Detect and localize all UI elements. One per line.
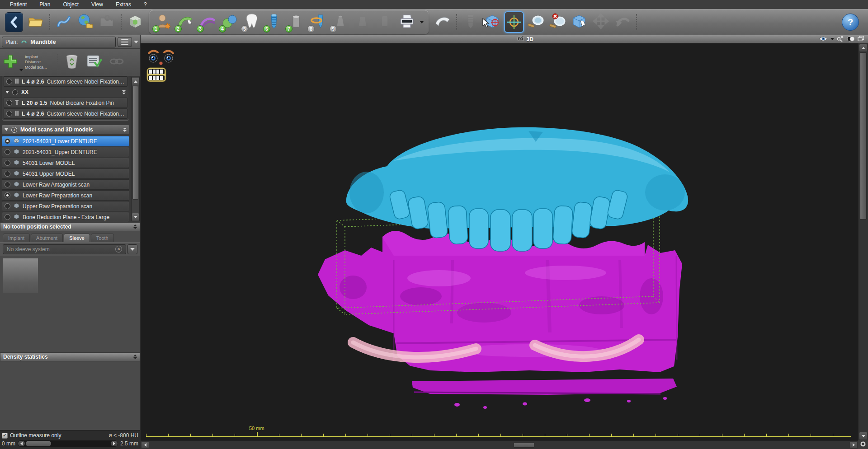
visibility-eye-icon[interactable] [819, 35, 828, 43]
cube-crosshair-button[interactable] [482, 10, 503, 34]
plan-menu-button[interactable] [118, 37, 132, 47]
add-menu-item[interactable]: Distance [25, 60, 53, 65]
radio-button[interactable] [5, 182, 10, 187]
scroll-down-button[interactable] [859, 432, 867, 440]
step-6-implant[interactable]: 6 [263, 11, 285, 33]
menu-patient[interactable]: Patient [4, 0, 33, 9]
density-statistics-bar[interactable]: Density statistics [0, 352, 140, 361]
model-scans-section-header[interactable]: i Model scans and 3D models [2, 125, 129, 135]
dicom-curve-button[interactable] [53, 10, 74, 34]
tab-abutment[interactable]: Abutment [31, 234, 63, 242]
add-menu-item[interactable]: Model sca... [25, 65, 53, 70]
sleeve-row[interactable]: L 4 ø 2.6 Custom sleeve Nobel Fixation .… [4, 76, 127, 87]
step-9-abutment[interactable]: 9 [329, 11, 351, 33]
back-button[interactable] [4, 10, 24, 34]
spinner-icon[interactable] [133, 224, 137, 229]
slider-thumb[interactable] [26, 441, 51, 446]
step-3-nerve[interactable]: 3 [196, 11, 218, 33]
add-object-button[interactable] [3, 53, 23, 71]
validate-plan-button[interactable] [84, 51, 105, 74]
step-7-sleeve[interactable]: 7 [285, 11, 307, 33]
help-button[interactable]: ? [842, 14, 859, 31]
step-5-tooth-setup[interactable]: 5 [241, 11, 263, 33]
tab-tooth[interactable]: Tooth [91, 234, 114, 242]
sleeve-row[interactable]: L 4 ø 2.6 Custom sleeve Nobel Fixation .… [4, 108, 127, 119]
add-dropdown-caret[interactable] [19, 69, 23, 71]
radio-button[interactable] [6, 79, 12, 84]
radio-button[interactable] [5, 192, 10, 198]
sleeve-system-combo[interactable]: No sleeve system ✕ [3, 244, 126, 254]
scroll-up-button[interactable] [859, 44, 867, 51]
spinner-icon[interactable] [133, 355, 137, 359]
clear-icon[interactable]: ✕ [115, 246, 122, 253]
scroll-down-button[interactable] [132, 213, 139, 220]
export-button[interactable] [75, 10, 96, 34]
step-8-sleeve-offset[interactable]: 8 [307, 11, 329, 33]
model-row-antagonist-scan[interactable]: Lower Raw Antagonist scan [2, 179, 129, 190]
menu-view[interactable]: View [85, 0, 109, 9]
outline-measure-checkbox[interactable]: ✓ [2, 433, 8, 439]
model-row-lower-denture[interactable]: 2021-54031_Lower DENTURE [2, 136, 129, 146]
tooth-position-bar[interactable]: No tooth position selected [0, 222, 140, 231]
radio-button[interactable] [6, 111, 12, 117]
step-1-patient-data[interactable]: 1 [152, 11, 174, 33]
open-plan-button[interactable] [25, 10, 46, 34]
radio-button[interactable] [5, 203, 10, 209]
radio-button[interactable] [12, 89, 18, 95]
slider-right-button[interactable] [111, 441, 118, 446]
add-menu-item[interactable]: Implant... [25, 55, 53, 60]
model-row-upper-denture[interactable]: 2021-54031_Upper DENTURE [2, 147, 129, 157]
double-chevron-icon[interactable] [122, 90, 126, 94]
sleeve-system-dropdown-button[interactable] [127, 244, 137, 254]
zoom-reset-button[interactable] [547, 10, 568, 34]
model-row-upper-model[interactable]: 54031 Upper MODEL [2, 168, 129, 179]
viewport-settings-corner[interactable] [858, 440, 868, 449]
crosshair-toggle-button-active[interactable] [504, 10, 524, 34]
viewport-vertical-scrollbar[interactable] [858, 43, 868, 440]
radio-button[interactable] [5, 171, 10, 177]
zoom-button[interactable] [525, 10, 546, 34]
fixation-pin-row[interactable]: L 20 ø 1.5 Nobel Biocare Fixation Pin [4, 98, 127, 108]
menu-plan[interactable]: Plan [33, 0, 57, 9]
step-2-pano-curve[interactable]: 2 [174, 11, 196, 33]
tree-scrollbar[interactable] [131, 77, 140, 221]
scroll-up-button[interactable] [132, 78, 139, 85]
render-box-button[interactable] [125, 10, 146, 34]
radio-button[interactable] [6, 100, 12, 106]
print-dropdown-button[interactable] [418, 10, 426, 34]
menu-extras[interactable]: Extras [109, 0, 137, 9]
model-row-upper-preparation-scan[interactable]: Upper Raw Preparation scan [2, 201, 129, 211]
double-chevron-icon[interactable] [123, 128, 127, 132]
scrollbar-thumb[interactable] [860, 52, 867, 220]
scroll-left-button[interactable] [142, 442, 149, 448]
slider-left-button[interactable] [18, 441, 25, 446]
bone-reduction-button[interactable] [432, 10, 453, 34]
radio-button[interactable] [5, 160, 10, 166]
delete-object-button[interactable] [62, 51, 82, 74]
scrollbar-thumb[interactable] [514, 442, 534, 448]
model-row-bone-reduction-plane[interactable]: Bone Reduction Plane - Extra Large [2, 212, 129, 222]
radio-button[interactable] [5, 149, 10, 155]
menu-object[interactable]: Object [57, 0, 85, 9]
radio-button[interactable] [5, 138, 10, 144]
model-row-lower-model[interactable]: 54031 Lower MODEL [2, 158, 129, 168]
scroll-right-button[interactable] [850, 442, 857, 448]
unpin-crosshair-icon[interactable] [837, 35, 844, 43]
visibility-dropdown-caret[interactable] [830, 38, 834, 40]
cascade-windows-icon[interactable] [858, 35, 864, 43]
measure-range-slider[interactable] [18, 440, 118, 447]
step-4-model-align[interactable]: 4 [218, 11, 241, 33]
viewport-horizontal-scrollbar[interactable] [141, 440, 858, 449]
plan-dropdown-caret[interactable] [134, 41, 138, 43]
expander-icon[interactable] [5, 128, 8, 131]
contrast-toggle-icon[interactable] [847, 35, 855, 43]
model-row-lower-preparation-scan[interactable]: Lower Raw Preparation scan [2, 190, 129, 201]
render-canvas-3d[interactable]: 50 mm [141, 43, 858, 440]
expander-icon[interactable] [5, 91, 9, 94]
menu-help[interactable]: ? [137, 0, 153, 9]
scrollbar-thumb[interactable] [132, 86, 138, 200]
implant-group-header[interactable]: XX [4, 87, 127, 97]
radio-button[interactable] [5, 214, 10, 220]
print-button[interactable] [396, 11, 418, 33]
tab-sleeve[interactable]: Sleeve [64, 234, 90, 242]
